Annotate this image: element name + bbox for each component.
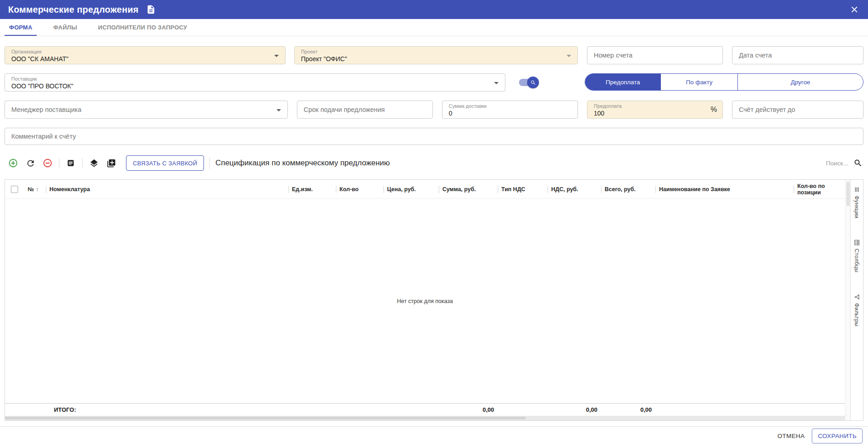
layers-icon: [89, 159, 99, 168]
refresh-button[interactable]: [25, 158, 36, 169]
prepayment-percent-field[interactable]: Предоплата %: [587, 101, 723, 119]
columns-icon: [853, 239, 860, 246]
col-position-qty[interactable]: Кол-во по позиции: [794, 183, 845, 196]
toolbar-separator: [82, 158, 82, 168]
col-total[interactable]: Всего, руб.: [601, 186, 655, 193]
col-separator: [336, 186, 336, 193]
col-unit[interactable]: Ед.изм.: [288, 186, 336, 193]
form-row-4: [5, 128, 863, 145]
col-vat[interactable]: НДС, руб.: [548, 186, 601, 193]
form-row-2: Поставщик Предоплата По факту Другое: [5, 73, 863, 92]
col-request-name-label: Наименование по Заявке: [659, 186, 730, 193]
title-bar: Коммерческие предложения: [0, 0, 868, 19]
supplier-search-toggle-wrap: [519, 73, 537, 92]
totals-label: ИТОГО:: [46, 406, 288, 413]
cancel-button[interactable]: ОТМЕНА: [777, 433, 805, 439]
supplier-manager-field[interactable]: [5, 101, 288, 119]
side-tab-functions[interactable]: Функции: [853, 186, 860, 218]
invoice-date-field[interactable]: [732, 46, 863, 64]
payment-type-group: Предоплата По факту Другое: [585, 73, 863, 91]
invoice-number-input[interactable]: [594, 51, 716, 59]
layers-button[interactable]: [88, 158, 99, 169]
copy-add-button[interactable]: [106, 158, 116, 169]
side-tab-columns[interactable]: Столбцы: [853, 239, 860, 273]
delivery-sum-input[interactable]: [449, 109, 571, 117]
supplier-label: Поставщик: [11, 76, 499, 82]
payment-type-other[interactable]: Другое: [737, 74, 863, 90]
payment-type-on-fact[interactable]: По факту: [660, 74, 737, 90]
close-icon[interactable]: [849, 4, 860, 15]
organization-input[interactable]: [11, 55, 279, 63]
search-button[interactable]: [853, 158, 863, 169]
col-separator: [548, 186, 548, 193]
col-separator: [601, 186, 601, 193]
col-separator: [383, 186, 384, 193]
search-placeholder: Поиск...: [826, 160, 848, 167]
col-sum-label: Сумма, руб.: [442, 186, 476, 193]
spec-table-header: №↑ Номенклатура Ед.изм. Кол-во Цена, руб…: [5, 180, 845, 199]
horizontal-scrollbar[interactable]: [5, 416, 845, 420]
col-separator: [498, 186, 498, 193]
totals-total: 0,00: [601, 406, 655, 413]
add-row-button[interactable]: [8, 158, 19, 169]
col-nomenclature[interactable]: Номенклатура: [46, 186, 288, 193]
delivery-sum-field[interactable]: Сумма доставки: [442, 101, 578, 119]
select-all-checkbox[interactable]: [11, 186, 18, 193]
form-row-3: Сумма доставки Предоплата %: [5, 101, 863, 119]
document-icon: [146, 5, 156, 14]
window-title: Коммерческие предложения: [8, 5, 139, 15]
side-tab-columns-label: Столбцы: [853, 249, 860, 273]
tab-executors-label: ИСПОЛНИТЕЛИ ПО ЗАПРОСУ: [98, 24, 187, 31]
tab-form[interactable]: ФОРМА: [6, 19, 35, 36]
list-icon: [66, 159, 75, 168]
supplier-search-toggle[interactable]: [519, 79, 537, 86]
search-icon: [853, 159, 863, 168]
vertical-scrollbar-thumb[interactable]: [846, 182, 850, 206]
comment-field[interactable]: [5, 128, 863, 145]
project-field[interactable]: Проект: [294, 46, 578, 64]
organization-field[interactable]: Организация: [5, 46, 286, 64]
commercial-offer-window: Коммерческие предложения ФОРМА ФАЙЛЫ ИСП…: [0, 0, 868, 448]
invoice-date-input[interactable]: [739, 51, 857, 59]
col-number-label: №: [28, 186, 34, 193]
spec-table-totals: ИТОГО: 0,00 0,00 0,00: [5, 403, 845, 416]
col-number[interactable]: №↑: [24, 186, 46, 193]
tab-files[interactable]: ФАЙЛЫ: [50, 19, 80, 36]
supplier-field[interactable]: Поставщик: [5, 73, 505, 92]
col-total-label: Всего, руб.: [605, 186, 635, 193]
project-input[interactable]: [301, 55, 571, 63]
offer-term-field[interactable]: [297, 101, 433, 119]
valid-until-input[interactable]: [739, 106, 857, 114]
toolbar-separator: [59, 158, 59, 168]
col-nomenclature-label: Номенклатура: [49, 186, 90, 193]
side-tab-filters[interactable]: Фильтры: [853, 294, 860, 327]
offer-term-input[interactable]: [304, 106, 426, 114]
col-qty[interactable]: Кол-во: [336, 186, 383, 193]
remove-row-button[interactable]: [42, 158, 53, 169]
sort-asc-icon[interactable]: ↑: [36, 186, 39, 193]
col-separator: [46, 186, 46, 193]
horizontal-scrollbar-thumb[interactable]: [5, 417, 526, 419]
list-button[interactable]: [65, 158, 76, 169]
payment-type-prepayment[interactable]: Предоплата: [585, 74, 660, 90]
table-side-panel: Функции Столбцы Фильтры: [850, 180, 863, 420]
comment-input[interactable]: [11, 132, 857, 140]
supplier-manager-input[interactable]: [11, 106, 281, 114]
vertical-scrollbar[interactable]: [845, 180, 850, 420]
library-add-icon: [107, 159, 116, 168]
col-price[interactable]: Цена, руб.: [383, 186, 439, 193]
prepayment-percent-input[interactable]: [594, 109, 716, 117]
col-request-name[interactable]: Наименование по Заявке: [655, 186, 794, 193]
col-separator: [439, 186, 439, 193]
save-button[interactable]: СОХРАНИТЬ: [812, 429, 863, 443]
col-vat-type[interactable]: Тип НДС: [498, 186, 548, 193]
supplier-input[interactable]: [11, 82, 499, 90]
col-sum[interactable]: Сумма, руб.: [439, 186, 498, 193]
menu-icon: [853, 186, 860, 193]
valid-until-field[interactable]: [732, 101, 863, 119]
tab-executors[interactable]: ИСПОЛНИТЕЛИ ПО ЗАПРОСУ: [95, 19, 190, 36]
tab-bar: ФОРМА ФАЙЛЫ ИСПОЛНИТЕЛИ ПО ЗАПРОСУ: [0, 19, 868, 36]
link-request-button[interactable]: СВЯЗАТЬ С ЗАЯВКОЙ: [126, 155, 204, 171]
totals-sum: 0,00: [439, 406, 498, 413]
invoice-number-field[interactable]: [587, 46, 723, 64]
